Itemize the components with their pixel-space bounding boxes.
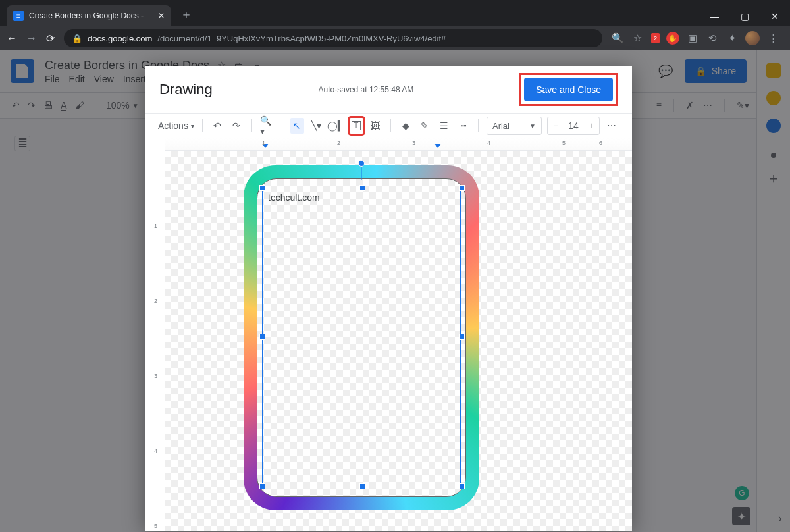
browser-titlebar: ≡ Create Borders in Google Docs - ✕ ＋ — … [0,0,790,26]
tab-close-icon[interactable]: ✕ [158,11,165,20]
resize-handle-n[interactable] [359,185,365,191]
textbox-shape[interactable]: techcult.com [262,188,461,485]
address-bar: ← → ⟳ 🔒 docs.google.com/document/d/1_9YU… [0,26,790,50]
profile-avatar[interactable] [745,31,760,45]
line-tool-icon[interactable]: ╲▾ [309,118,323,134]
shape-tool-icon[interactable]: ◯▍ [329,118,344,134]
resize-handle-sw[interactable] [259,483,265,489]
browser-menu-icon[interactable]: ⋮ [766,32,779,45]
forward-button[interactable]: → [26,32,37,44]
extension-row: 🔍 ☆ 2 ✋ ▣ ⟲ ✦ ⋮ [612,31,783,45]
textbox-text: techcult.com [268,192,320,203]
border-dash-icon[interactable]: ┉ [456,118,470,134]
textbox-tool-icon[interactable]: 🅃 [350,118,363,134]
drawing-toolbar: Actions▾ ↶ ↷ 🔍▾ ↖ ╲▾ ◯▍ 🅃 🖼 ◆ ✎ ☰ ┉ Aria… [145,114,632,138]
dialog-header: Drawing Auto-saved at 12:55:48 AM Save a… [145,66,632,114]
font-size-value[interactable]: 14 [564,120,583,131]
drawing-canvas[interactable]: techcult.com [165,151,632,531]
window-controls: — ▢ ✕ [699,7,790,26]
fill-color-icon[interactable]: ◆ [399,118,413,134]
increase-size-button[interactable]: + [583,120,599,131]
rotation-handle[interactable] [358,160,365,167]
font-size-stepper: − 14 + [547,117,600,135]
rotation-line [361,165,362,180]
back-button[interactable]: ← [7,32,17,44]
docs-favicon: ≡ [13,11,24,21]
adblock-extension[interactable]: ✋ [666,32,679,45]
save-close-highlight: Save and Close [519,73,618,106]
zoom-icon[interactable]: 🔍▾ [260,118,274,134]
decrease-size-button[interactable]: − [548,120,564,131]
bookmark-icon[interactable]: ☆ [631,32,645,45]
autosave-status: Auto-saved at 12:55:48 AM [226,85,506,94]
omnibox[interactable]: 🔒 docs.google.com/document/d/1_9YUqHxlXv… [64,29,602,47]
resize-handle-ne[interactable] [459,185,465,191]
maximize-button[interactable]: ▢ [729,7,760,26]
viewport: Create Borders in Google Docs ☆ 🗀 ☁ File… [0,50,790,532]
dialog-title: Drawing [159,81,213,98]
indent-marker-right[interactable] [434,144,441,148]
extensions-icon[interactable]: ✦ [725,32,739,45]
pip-extension[interactable]: ▣ [686,32,699,45]
more-options-icon[interactable]: ⋯ [605,118,619,134]
minimize-button[interactable]: — [699,7,729,26]
resize-handle-s[interactable] [359,483,365,489]
horizontal-ruler[interactable]: 1 2 3 4 5 6 [165,138,632,151]
font-dropdown[interactable]: Arial▼ [487,117,542,135]
undo-icon[interactable]: ↶ [211,118,224,134]
drawing-dialog: Drawing Auto-saved at 12:55:48 AM Save a… [145,66,632,531]
redo-icon[interactable]: ↷ [230,118,244,134]
tab-title: Create Borders in Google Docs - [29,11,144,20]
save-and-close-button[interactable]: Save and Close [524,78,613,101]
url-host: docs.google.com [88,34,152,43]
actions-menu[interactable]: Actions▾ [158,120,194,131]
unknown-extension[interactable]: ⟲ [706,32,719,45]
browser-tab[interactable]: ≡ Create Borders in Google Docs - ✕ [7,5,171,26]
border-color-icon[interactable]: ✎ [418,118,432,134]
reload-button[interactable]: ⟳ [46,32,55,45]
zoom-icon[interactable]: 🔍 [612,32,625,45]
border-weight-icon[interactable]: ☰ [437,118,451,134]
resize-handle-se[interactable] [459,483,465,489]
todoist-extension[interactable]: 2 [651,33,660,43]
close-window-button[interactable]: ✕ [760,7,790,26]
resize-handle-nw[interactable] [259,185,265,191]
resize-handle-w[interactable] [259,334,265,340]
new-tab-button[interactable]: ＋ [180,7,192,22]
select-tool-icon[interactable]: ↖ [290,118,304,134]
vertical-ruler[interactable]: 1 2 3 4 5 [150,150,165,531]
url-path: /document/d/1_9YUqHxlXvYmTrbsAcpfWD5-PM0… [157,34,446,43]
google-docs-app: Create Borders in Google Docs ☆ 🗀 ☁ File… [0,50,790,532]
image-tool-icon[interactable]: 🖼 [369,118,382,134]
lock-icon: 🔒 [72,34,82,43]
resize-handle-e[interactable] [459,334,465,340]
